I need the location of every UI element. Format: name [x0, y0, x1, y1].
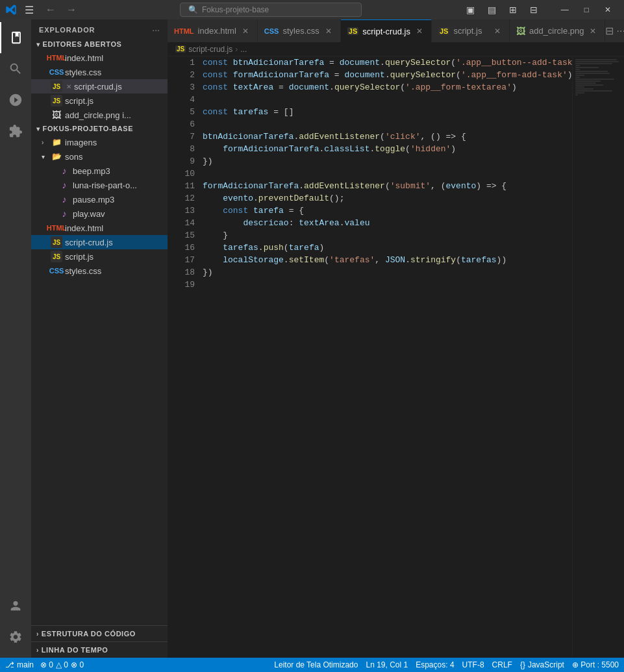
layout-icon[interactable]: ⊞ [504, 3, 522, 16]
code-line-17: localStorage.setItem('tarefas', JSON.str… [203, 254, 572, 266]
open-editor-index-html[interactable]: HTML index.html [31, 51, 168, 65]
file-beep-mp3[interactable]: ♪ beep.mp3 [31, 164, 168, 178]
tab-close-styles-css[interactable]: ✕ [323, 26, 334, 36]
tab-script-js[interactable]: JS script.js ✕ [432, 19, 510, 42]
project-arrow: ▾ [36, 125, 40, 132]
js-file-icon3: JS [51, 236, 62, 248]
timeline-header[interactable]: › LINHA DO TEMPO [36, 645, 162, 655]
maximize-button[interactable]: □ [577, 3, 597, 17]
window-controls: — □ ✕ [553, 3, 619, 17]
activity-bottom [0, 590, 31, 658]
tab-styles-css[interactable]: CSS styles.css ✕ [258, 19, 341, 42]
sidebar-title: EXPLORADOR [39, 26, 95, 34]
open-editor-styles-css[interactable]: CSS styles.css [31, 65, 168, 79]
global-search-box[interactable]: 🔍 Fokus-projeto-base [180, 3, 362, 17]
activity-item-git[interactable] [0, 84, 31, 116]
status-encoding[interactable]: UTF-8 [462, 660, 484, 669]
hamburger-menu[interactable]: ☰ [22, 1, 36, 19]
open-editor-script-js[interactable]: JS script.js [31, 93, 168, 108]
status-errors[interactable]: ⊗ 0 △ 0 ⊗ 0 [40, 660, 84, 669]
status-spaces[interactable]: Espaços: 4 [416, 660, 454, 669]
breadcrumb: JS script-crud.js › ... [168, 42, 624, 56]
status-line-ending[interactable]: CRLF [492, 660, 512, 669]
open-editors-section: ▾ EDITORES ABERTOS HTML index.html CSS s… [31, 38, 168, 122]
breadcrumb-file[interactable]: JS script-crud.js [175, 45, 232, 54]
editor-area: HTML index.html ✕ CSS styles.css ✕ JS sc… [168, 19, 624, 658]
open-editors-header[interactable]: ▾ EDITORES ABERTOS [31, 38, 168, 51]
breadcrumb-symbol[interactable]: ... [240, 45, 247, 54]
tab-icon-js2: JS [438, 27, 449, 35]
code-line-7: btnAdicionarTarefa.addEventListener('cli… [203, 131, 572, 143]
open-editor-add-circle-png[interactable]: 🖼 add_circle.png i... [31, 108, 168, 122]
code-line-12: evento.preventDefault(); [203, 192, 572, 205]
main-layout: EXPLORADOR ··· ▾ EDITORES ABERTOS HTML i… [0, 19, 624, 658]
back-button[interactable]: ← [42, 3, 60, 17]
forward-button[interactable]: → [62, 3, 81, 17]
activity-item-extensions[interactable] [0, 116, 31, 147]
file-play-wav[interactable]: ♪ play.wav [31, 206, 168, 221]
close-button[interactable]: ✕ [597, 3, 619, 17]
activity-item-search[interactable] [0, 53, 31, 84]
png-file-icon: 🖼 [51, 109, 62, 121]
tab-close-add-circle-png[interactable]: ✕ [588, 26, 598, 36]
status-git-branch[interactable]: ⎇ main [5, 660, 34, 669]
folder-imagens[interactable]: › 📁 imagens [31, 135, 168, 149]
code-line-6 [203, 118, 572, 131]
file-styles-css[interactable]: CSS styles.css [31, 264, 168, 278]
code-line-5: const tarefas = [] [203, 106, 572, 118]
toggle-panel-icon[interactable]: ▤ [482, 3, 501, 16]
activity-item-explorer[interactable] [0, 22, 31, 53]
code-content[interactable]: const btnAdicionarTarefa = document.quer… [200, 56, 572, 658]
tabs-actions: ⊟ ··· [605, 25, 624, 37]
html-file-icon: HTML [51, 52, 62, 64]
status-bar-right: Leitor de Tela Otimizado Ln 19, Col 1 Es… [274, 660, 619, 669]
close-tab-icon[interactable]: ✕ [66, 83, 71, 90]
activity-item-account[interactable] [0, 590, 31, 621]
split-editor-icon[interactable]: ⊟ [605, 25, 614, 37]
code-line-15: } [203, 229, 572, 242]
tab-close-script-crud-js[interactable]: ✕ [414, 26, 425, 36]
more-tabs-icon[interactable]: ··· [616, 25, 624, 37]
tab-add-circle-png[interactable]: 🖼 add_circle.png ✕ [510, 19, 606, 42]
file-script-js[interactable]: JS script.js [31, 249, 168, 264]
folder-sons[interactable]: ▾ 📂 sons [31, 149, 168, 164]
customize-layout-icon[interactable]: ⊟ [525, 3, 543, 16]
code-line-16: tarefas.push(tarefa) [203, 242, 572, 254]
project-header[interactable]: ▾ FOKUS-PROJETO-BASE [31, 122, 168, 135]
open-editor-script-crud-js[interactable]: JS ✕ script-crud.js [31, 79, 168, 93]
status-screen-reader[interactable]: Leitor de Tela Otimizado [274, 660, 358, 669]
sidebar-header: EXPLORADOR ··· [31, 19, 168, 38]
file-luna-rise-mp3[interactable]: ♪ luna-rise-part-o... [31, 178, 168, 192]
wav-file-icon: ♪ [58, 208, 70, 219]
js-file-icon4: JS [51, 251, 62, 262]
folder-icon: 📁 [51, 136, 62, 148]
status-bar: ⎇ main ⊗ 0 △ 0 ⊗ 0 Leitor de Tela Otimiz… [0, 658, 624, 672]
status-port[interactable]: ⊕ Port : 5500 [572, 660, 619, 669]
tab-script-crud-js[interactable]: JS script-crud.js ✕ [341, 19, 432, 42]
code-editor[interactable]: 12345 678910 1112131415 16171819 const b… [168, 56, 624, 658]
minimap-content [573, 56, 624, 658]
code-line-9: }) [203, 155, 572, 168]
tab-icon-css: CSS [264, 27, 279, 35]
tab-close-index-html[interactable]: ✕ [240, 26, 251, 36]
code-line-14: descricao: textArea.valeu [203, 217, 572, 229]
activity-item-settings[interactable] [0, 621, 31, 653]
tab-close-script-js[interactable]: ✕ [492, 26, 503, 36]
file-script-crud-js[interactable]: JS script-crud.js [31, 235, 168, 249]
sidebar-more-button[interactable]: ··· [152, 25, 160, 35]
toggle-sidebar-icon[interactable]: ▣ [461, 3, 480, 16]
tab-index-html[interactable]: HTML index.html ✕ [168, 19, 258, 42]
status-language[interactable]: {} JavaScript [520, 660, 564, 669]
code-line-10 [203, 168, 572, 180]
sidebar-bottom: › ESTRUTURA DO CÓDIGO › LINHA DO TEMPO [31, 625, 168, 658]
search-area: 🔍 Fokus-projeto-base [86, 3, 456, 17]
code-line-4 [203, 93, 572, 106]
minimize-button[interactable]: — [553, 3, 577, 17]
timeline-section: › LINHA DO TEMPO [31, 641, 168, 658]
sidebar: EXPLORADOR ··· ▾ EDITORES ABERTOS HTML i… [31, 19, 168, 658]
structure-header[interactable]: › ESTRUTURA DO CÓDIGO [36, 628, 162, 639]
status-position[interactable]: Ln 19, Col 1 [366, 660, 408, 669]
file-index-html[interactable]: HTML index.html [31, 221, 168, 235]
code-line-2: const formAdicionarTarefa = document.que… [203, 69, 572, 81]
file-pause-mp3[interactable]: ♪ pause.mp3 [31, 192, 168, 206]
